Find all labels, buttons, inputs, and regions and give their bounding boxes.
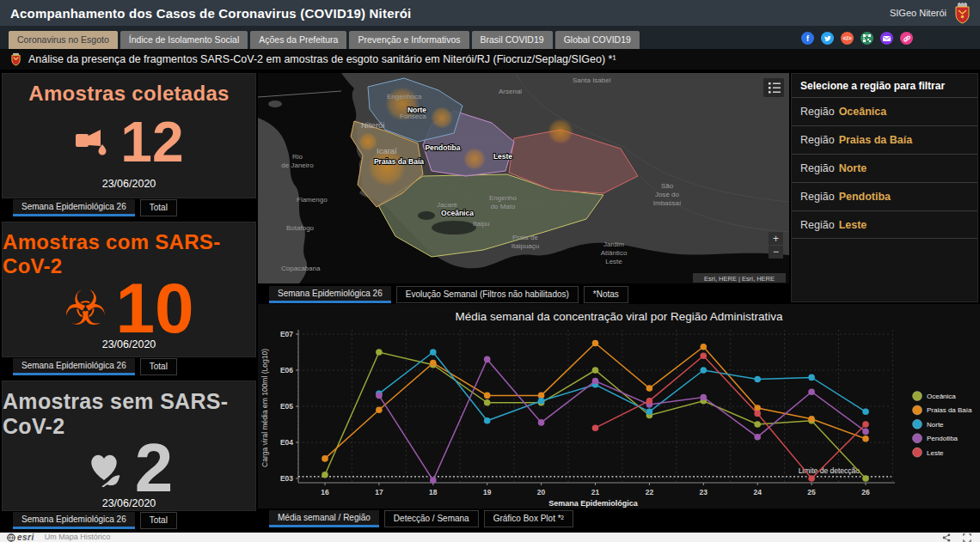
region-filter-title: Selecione a região para filtrar: [792, 74, 977, 97]
tab-prevencao-e-informativos[interactable]: Prevenção e Informativos: [349, 31, 469, 50]
svg-text:Oceânica: Oceânica: [441, 209, 474, 217]
svg-text:16: 16: [321, 488, 329, 496]
svg-text:de Janeiro: de Janeiro: [281, 161, 314, 169]
chart-title: Média semanal da concentração viral por …: [258, 304, 980, 325]
svg-text:E05: E05: [280, 402, 293, 411]
svg-text:Botafogo: Botafogo: [286, 224, 315, 232]
svg-text:Itaipu: Itaipu: [473, 220, 490, 228]
svg-text:+: +: [773, 233, 779, 245]
svg-text:Rio: Rio: [292, 153, 303, 161]
page-title: Acompanhamento dos Casos de Coronavirus …: [10, 6, 411, 21]
map-tab-evolucao-semanal[interactable]: Evolução Semanal (Filtros não habilitado…: [396, 286, 579, 303]
map-canvas[interactable]: Riode JaneiroFlamengoBotafogoCopacabanaN…: [258, 73, 789, 283]
map-lagoon: [432, 221, 476, 234]
chart-tab-grafico-box-plot[interactable]: Gráfico Box Plot *²: [484, 510, 573, 527]
niteroi-crest-logo: [953, 3, 971, 24]
svg-text:Engenho: Engenho: [489, 194, 518, 202]
svg-text:Imbassaí: Imbassaí: [653, 199, 682, 207]
legend-item-leste[interactable]: Leste: [913, 448, 945, 457]
svg-text:Leste: Leste: [493, 152, 512, 161]
tab-coronavirus-no-esgoto[interactable]: Coronavirus no Esgoto: [9, 31, 118, 50]
tab-indice-isolamento-social[interactable]: Índice de Isolamento Social: [120, 31, 248, 50]
card-value: 12: [120, 118, 183, 166]
region-filter-leste[interactable]: RegiãoLeste: [792, 210, 977, 239]
region-filter-oceanica[interactable]: RegiãoOceânica: [792, 97, 977, 125]
svg-text:23: 23: [700, 488, 708, 496]
share-icon[interactable]: [942, 533, 951, 542]
layers-button[interactable]: [763, 78, 784, 97]
dashboard: Acompanhamento dos Casos de Coronavirus …: [0, 0, 980, 542]
svg-text:25: 25: [807, 488, 816, 496]
legend-item-oceanica[interactable]: Oceânica: [913, 392, 957, 401]
share-link-icon[interactable]: [900, 32, 913, 45]
tab-acoes-da-prefeitura[interactable]: Ações da Prefeitura: [250, 31, 346, 50]
region-filter-praias-da-baia[interactable]: RegiãoPraias da Baía: [792, 125, 977, 154]
legend-item-pendotiba[interactable]: Pendotiba: [913, 434, 959, 443]
heart-leaf-icon: [85, 449, 126, 487]
svg-text:Norte: Norte: [927, 421, 944, 429]
tab-total[interactable]: Total: [140, 199, 177, 216]
fullscreen-icon[interactable]: [963, 533, 971, 542]
svg-text:20: 20: [537, 488, 546, 496]
tab-semana-epidemiologica-26[interactable]: Semana Epidemiológica 26: [13, 358, 135, 375]
svg-text:Arsenal: Arsenal: [499, 88, 522, 95]
svg-text:Icaraí: Icaraí: [377, 146, 397, 155]
legend-item-norte[interactable]: Norte: [913, 419, 945, 429]
tab-global-covid19[interactable]: Global COVID19: [555, 31, 640, 50]
card-group-amostras-com-sars: Amostras com SARS-CoV-2 ☣ 10 23/06/2020 …: [2, 222, 256, 375]
stat-card-amostras-coletadas: Amostras coletadas 12 23/06/2020: [2, 73, 256, 198]
legend-item-praias-da-baia[interactable]: Praias da Baía: [913, 405, 973, 415]
svg-text:E06: E06: [280, 366, 293, 375]
svg-text:Oceânica: Oceânica: [927, 393, 956, 400]
tab-semana-epidemiologica-26[interactable]: Semana Epidemiológica 26: [13, 199, 135, 216]
esri-logo: esri: [17, 533, 34, 542]
header-bar: Acompanhamento dos Casos de Coronavirus …: [0, 0, 980, 26]
svg-text:Copacabana: Copacabana: [281, 265, 321, 272]
chart-tabstrip: Média semanal / Região Detecção / Semana…: [258, 510, 573, 527]
banner-text: Análise da presença de fragmentos SARS-C…: [28, 53, 616, 65]
facebook-icon[interactable]: f: [801, 32, 814, 45]
card-date: 23/06/2020: [102, 178, 156, 198]
tab-total[interactable]: Total: [140, 358, 177, 375]
card-group-amostras-sem-sars: Amostras sem SARS-CoV-2 2 23/06/2020 Sem…: [2, 381, 256, 529]
tab-semana-epidemiologica-26[interactable]: Semana Epidemiológica 26: [13, 512, 135, 529]
svg-text:Praias da Baía: Praias da Baía: [927, 406, 972, 414]
card-title: Amostras coletadas: [28, 82, 230, 106]
card-value: 2: [135, 439, 174, 497]
svg-text:Santa Isabel: Santa Isabel: [573, 76, 611, 84]
region-filter-norte[interactable]: RegiãoNorte: [792, 154, 977, 182]
analysis-banner: Análise da presença de fragmentos SARS-C…: [0, 49, 980, 70]
map-attribution: Esri, HERE | Esri, HERE: [693, 273, 786, 283]
svg-text:22: 22: [646, 488, 654, 496]
svg-text:Atlântico: Atlântico: [601, 249, 628, 257]
qr-code-icon[interactable]: [861, 32, 873, 45]
map-tabstrip: Semana Epidemiológica 26 Evolução Semana…: [258, 286, 628, 303]
esri-globe-icon: [7, 533, 15, 542]
svg-text:17: 17: [375, 488, 383, 496]
email-icon[interactable]: [880, 32, 893, 45]
chart-tab-deteccao-semana[interactable]: Detecção / Semana: [384, 510, 479, 527]
svg-text:Carga viral média em 100ml (Lo: Carga viral média em 100ml (Log10): [260, 349, 269, 467]
svg-text:Pendotiba: Pendotiba: [927, 435, 959, 442]
footer-bar: esri Um Mapa Histórico: [0, 533, 980, 542]
tab-total[interactable]: Total: [140, 512, 177, 529]
svg-text:Praia de: Praia de: [512, 234, 538, 241]
map-tab-notas[interactable]: *Notas: [584, 286, 628, 303]
svg-text:Leste: Leste: [927, 449, 944, 457]
map-tab-semana-epidemiologica-26[interactable]: Semana Epidemiológica 26: [269, 286, 391, 303]
faucet-drop-icon: [74, 125, 112, 158]
code-embed-icon[interactable]: </>: [841, 32, 854, 45]
tab-brasil-covid19[interactable]: Brasil COVID19: [472, 31, 553, 50]
series-oceanica: [322, 349, 869, 482]
svg-text:Praias da Baía: Praias da Baía: [374, 157, 424, 166]
zoom-in-button[interactable]: +: [769, 232, 783, 245]
svg-text:Jardim: Jardim: [603, 241, 624, 248]
zoom-out-button[interactable]: −: [769, 246, 783, 259]
main-tab-bar: Coronavirus no Esgoto Índice de Isolamen…: [0, 26, 980, 49]
card-tabstrip: Semana Epidemiológica 26 Total: [2, 199, 256, 216]
chart-tab-media-semanal-regiao[interactable]: Média semanal / Região: [269, 510, 379, 527]
twitter-icon[interactable]: [821, 32, 834, 45]
region-filter-pendotiba[interactable]: RegiãoPendotiba: [792, 182, 977, 210]
svg-text:E07: E07: [280, 330, 293, 338]
card-tabstrip: Semana Epidemiológica 26 Total: [2, 358, 256, 375]
